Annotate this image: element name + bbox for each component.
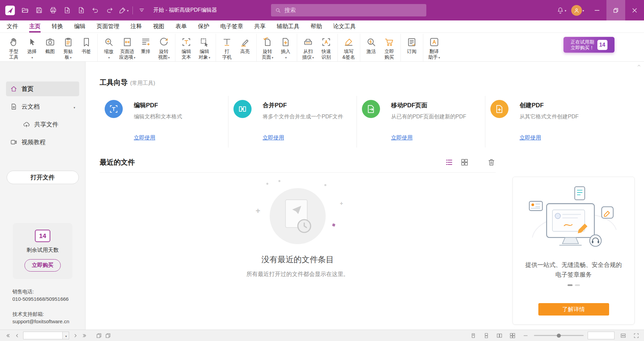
clear-recent-button[interactable] xyxy=(487,158,496,167)
carousel-dot-active[interactable] xyxy=(568,284,573,286)
menu-item-13[interactable]: 帮助 xyxy=(311,20,322,33)
fullscreen-button[interactable] xyxy=(632,331,641,340)
menu-item-10[interactable]: 电子签章 xyxy=(220,20,243,33)
ribbon-tool-translate[interactable]: 翻译助手 xyxy=(425,34,443,60)
menu-item-12[interactable]: 辅助工具 xyxy=(277,20,300,33)
ribbon-tool-camera[interactable]: 截图 xyxy=(41,34,59,54)
menu-item-5[interactable]: 页面管理 xyxy=(97,20,119,33)
open-file-button[interactable] xyxy=(19,4,31,16)
undo-button[interactable] xyxy=(89,4,102,16)
sidebar-item-sharecloud[interactable]: 共享文件 xyxy=(19,117,79,132)
carousel-dot[interactable] xyxy=(575,284,580,286)
ribbon-tool-subscribe[interactable]: 订阅 xyxy=(403,34,421,54)
facing-view-button[interactable] xyxy=(495,331,504,340)
menu-item-7[interactable]: 视图 xyxy=(153,20,164,33)
menu-item-14[interactable]: 论文工具 xyxy=(333,20,356,33)
menu-item-8[interactable]: 表单 xyxy=(175,20,187,33)
use-now-link[interactable]: 立即使用 xyxy=(263,134,284,141)
menu-item-6[interactable]: 注释 xyxy=(130,20,142,33)
trial-line2: 立即购买！ xyxy=(571,45,594,51)
sidebar-item-video[interactable]: 视频教程 xyxy=(6,135,79,150)
zoom-slider[interactable] xyxy=(534,335,584,336)
close-button[interactable] xyxy=(625,0,644,20)
camera-icon xyxy=(45,36,55,48)
menu-item-4[interactable]: 编辑 xyxy=(74,20,86,33)
copy-pages-button[interactable] xyxy=(103,331,112,340)
ribbon-tool-rotatepage[interactable]: 旋转页面 xyxy=(259,34,277,60)
ribbon-tool-rotateview[interactable]: 旋转视图 xyxy=(155,34,173,60)
use-now-link[interactable]: 立即使用 xyxy=(391,134,413,141)
grid-view-button[interactable] xyxy=(460,158,469,167)
ribbon-tool-cursor[interactable]: 选择 xyxy=(23,34,41,60)
app-logo-icon[interactable] xyxy=(4,4,16,16)
ribbon-tool-cart[interactable]: 立即购买 xyxy=(380,34,398,60)
zoom-slider-thumb[interactable] xyxy=(557,334,561,338)
open-file-button[interactable]: 打开文件 xyxy=(7,171,79,184)
ribbon-tool-insert[interactable]: 插入 xyxy=(277,34,295,60)
redo-button[interactable] xyxy=(103,4,116,16)
restore-button[interactable] xyxy=(606,0,625,20)
learn-more-button[interactable]: 了解详情 xyxy=(538,303,609,316)
sidebar-item-clouddoc[interactable]: 云文档 xyxy=(6,99,79,114)
collapse-ribbon-button[interactable] xyxy=(136,4,148,16)
continuous-view-button[interactable] xyxy=(482,331,491,340)
account-button[interactable] xyxy=(568,4,588,16)
prev-page-button[interactable] xyxy=(12,331,21,340)
redo-icon xyxy=(106,6,113,14)
fit-width-button[interactable] xyxy=(619,331,628,340)
search-input[interactable] xyxy=(284,7,422,14)
ribbon-tool-zoom[interactable]: 缩放 xyxy=(100,34,118,60)
single-page-view-button[interactable] xyxy=(469,331,478,340)
ribbon-tool-bookmark[interactable]: 书签 xyxy=(77,34,95,54)
recent-files-header: 最近的文件 xyxy=(100,158,496,173)
trial-line1: 正在试用期 xyxy=(571,39,594,45)
notifications-button[interactable] xyxy=(555,4,568,16)
zoom-value-input[interactable] xyxy=(588,332,614,339)
caret-down-icon xyxy=(168,54,170,60)
snapshot-pages-button[interactable] xyxy=(94,331,103,340)
ribbon-tool-clipboard[interactable]: 剪贴板 xyxy=(59,34,77,60)
ribbon-tool-hand[interactable]: 手型工具 xyxy=(5,34,23,60)
menu-item-3[interactable]: 转换 xyxy=(52,20,63,33)
next-page-button[interactable] xyxy=(71,331,80,340)
minimize-button[interactable] xyxy=(588,0,606,20)
ribbon-tool-reflow[interactable]: 重排 xyxy=(137,34,155,54)
ribbon-tool-typewriter[interactable]: 打字机 xyxy=(218,34,236,60)
export-pdf-button[interactable] xyxy=(61,4,73,16)
page-number-input[interactable] xyxy=(23,332,62,339)
trial-banner[interactable]: 正在试用期 立即购买！ 14 xyxy=(564,37,614,53)
ribbon-tool-fillsign[interactable]: 填写&签名 xyxy=(340,34,358,60)
scroll-up-button[interactable] xyxy=(636,63,642,69)
zoom-out-button[interactable] xyxy=(521,331,530,340)
ribbon-tool-editobj[interactable]: 编辑对象 xyxy=(196,34,214,60)
menu-item-9[interactable]: 保护 xyxy=(198,20,209,33)
search-box[interactable] xyxy=(271,4,426,16)
ribbon: 手型工具选择截图剪贴板书签缩放页面适应选项重排旋转视图编辑文本编辑对象打字机高亮… xyxy=(0,33,644,62)
ribbon-tool-fitpage[interactable]: 页面适应选项 xyxy=(118,34,137,60)
buy-now-button[interactable]: 立即购买 xyxy=(24,259,61,272)
use-now-link[interactable]: 立即使用 xyxy=(134,134,155,141)
list-view-button[interactable] xyxy=(445,158,453,167)
first-page-button[interactable] xyxy=(3,331,12,340)
ribbon-tool-highlight[interactable]: 高亮 xyxy=(236,34,254,54)
print-button[interactable] xyxy=(47,4,59,16)
ribbon-tool-ocr[interactable]: 快速识别 xyxy=(317,34,335,60)
use-now-link[interactable]: 立即使用 xyxy=(520,134,541,141)
save-button[interactable] xyxy=(33,4,45,16)
create-pdf-button[interactable] xyxy=(75,4,88,16)
sidebar-item-home[interactable]: 首页 xyxy=(6,81,79,96)
page-dropdown-button[interactable] xyxy=(62,332,69,339)
tool-card-2: 合并PDF将多个文件合并生成一个PDF文件立即使用 xyxy=(228,96,357,148)
ribbon-tool-scanner[interactable]: 从扫描仪 xyxy=(299,34,317,60)
recent-files-actions xyxy=(445,158,496,167)
export-icon xyxy=(63,6,71,14)
continuous-facing-view-button[interactable] xyxy=(508,331,517,340)
menu-item-11[interactable]: 共享 xyxy=(254,20,266,33)
sign-button[interactable] xyxy=(117,4,130,16)
ribbon-tool-edittext[interactable]: 编辑文本 xyxy=(177,34,196,60)
support-email-link[interactable]: support@foxitsoftware.cn xyxy=(12,319,69,324)
menu-item-1[interactable]: 文件 xyxy=(7,20,18,33)
last-page-button[interactable] xyxy=(80,331,89,340)
ribbon-tool-activate[interactable]: 激活 xyxy=(362,34,380,54)
menu-item-2[interactable]: 主页 xyxy=(29,20,41,33)
